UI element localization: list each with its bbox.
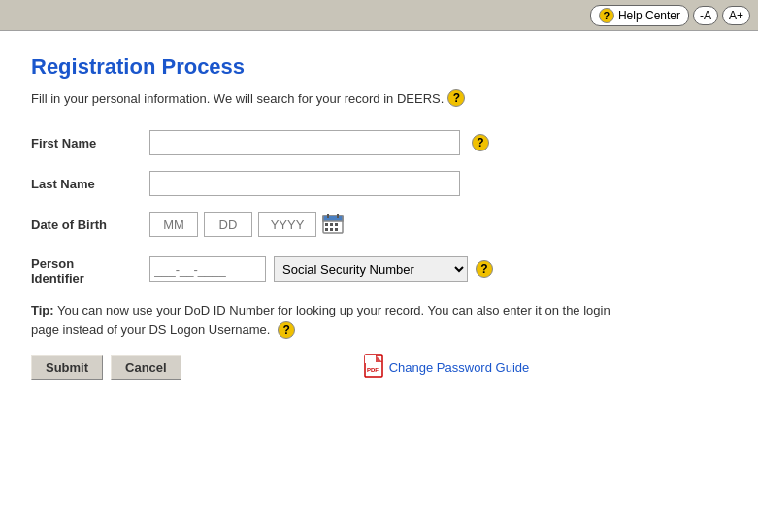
tip-help-icon[interactable]: ? — [278, 321, 295, 339]
person-id-label: PersonIdentifier — [31, 252, 138, 285]
change-password-label: Change Password Guide — [389, 360, 530, 375]
font-minus-label: -A — [700, 9, 711, 22]
svg-rect-9 — [335, 228, 338, 231]
tip-text: You can now use your DoD ID Number for l… — [31, 303, 610, 337]
cancel-button[interactable]: Cancel — [111, 355, 181, 380]
calendar-icon[interactable] — [322, 213, 344, 237]
svg-rect-6 — [335, 223, 338, 226]
pdf-icon: PDF — [364, 354, 383, 381]
dob-dd-input[interactable] — [204, 212, 252, 237]
svg-text:PDF: PDF — [367, 367, 379, 373]
person-id-fields: Social Security Number DoD ID Number Oth… — [149, 256, 493, 282]
last-name-input[interactable] — [149, 171, 460, 196]
dob-label: Date of Birth — [31, 217, 138, 232]
subtitle-help-icon[interactable]: ? — [447, 89, 465, 107]
font-increase-button[interactable]: A+ — [722, 6, 750, 25]
help-center-label: Help Center — [618, 9, 680, 22]
ssn-type-select[interactable]: Social Security Number DoD ID Number Oth… — [274, 256, 468, 282]
subtitle-text: Fill in your personal information. We wi… — [31, 91, 444, 106]
svg-rect-1 — [323, 216, 343, 221]
dob-mm-input[interactable] — [149, 212, 198, 237]
svg-rect-5 — [330, 223, 333, 226]
person-id-group: PersonIdentifier Social Security Number … — [31, 252, 727, 285]
change-password-link[interactable]: PDF Change Password Guide — [364, 354, 530, 381]
first-name-group: First Name ? — [31, 130, 727, 155]
date-fields — [149, 212, 344, 237]
svg-rect-4 — [325, 223, 328, 226]
subtitle: Fill in your personal information. We wi… — [31, 89, 727, 107]
ssn-input[interactable] — [149, 256, 266, 282]
svg-rect-7 — [325, 228, 328, 231]
help-circle-icon: ? — [599, 8, 614, 23]
font-decrease-button[interactable]: -A — [693, 6, 718, 25]
button-row: Submit Cancel PDF Change Password Guide — [31, 354, 727, 381]
toolbar: ? Help Center -A A+ — [0, 0, 758, 31]
person-id-help-icon[interactable]: ? — [476, 260, 493, 278]
first-name-label: First Name — [31, 136, 138, 150]
svg-rect-8 — [330, 228, 333, 231]
dob-yyyy-input[interactable] — [258, 212, 316, 237]
tip-label: Tip: — [31, 303, 54, 317]
first-name-input[interactable] — [149, 130, 460, 155]
first-name-help-icon[interactable]: ? — [472, 134, 489, 151]
tip-container: Tip: You can now use your DoD ID Number … — [31, 301, 633, 339]
last-name-group: Last Name — [31, 171, 727, 196]
submit-button[interactable]: Submit — [31, 355, 103, 380]
font-plus-label: A+ — [729, 9, 743, 22]
help-center-button[interactable]: ? Help Center — [590, 5, 689, 26]
last-name-label: Last Name — [31, 177, 138, 191]
page-title: Registration Process — [31, 54, 727, 80]
dob-group: Date of Birth — [31, 212, 727, 237]
main-content: Registration Process Fill in your person… — [0, 31, 758, 532]
svg-rect-12 — [365, 355, 376, 363]
